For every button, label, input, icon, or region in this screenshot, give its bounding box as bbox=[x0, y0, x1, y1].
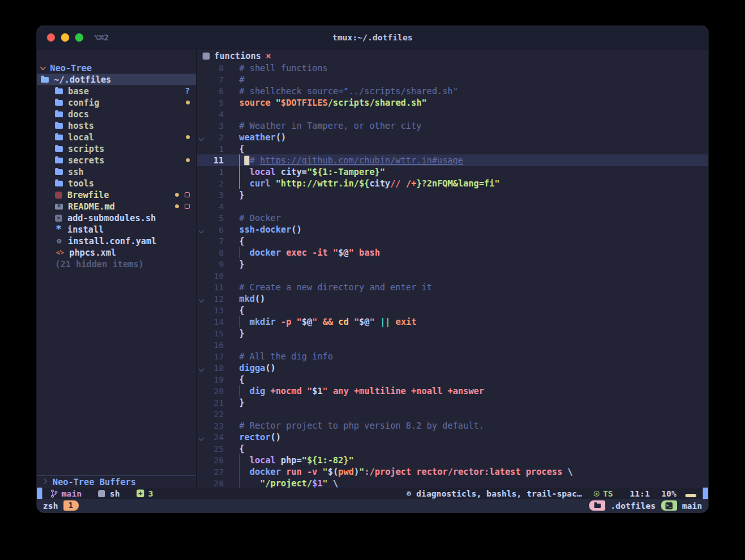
code-line[interactable]: 26local php="${1:-82}" bbox=[197, 454, 708, 466]
code-line[interactable]: 3} bbox=[197, 189, 708, 201]
tmux-dir-badge[interactable] bbox=[589, 500, 605, 511]
terminal-icon: >_ bbox=[665, 502, 673, 509]
code-line[interactable]: 6# shellcheck source="../scripts/shared.… bbox=[197, 85, 708, 97]
code-icon: </> bbox=[55, 250, 64, 256]
code-line[interactable]: 28 "/project/$1" \ bbox=[197, 477, 708, 488]
code-line[interactable]: 24rector() bbox=[197, 431, 708, 443]
line-number: 20 bbox=[206, 386, 224, 396]
git-diff-added: + 3 bbox=[137, 489, 153, 498]
neotree-panel: Neo-Tree ~/.dotfilesbase?configdocshosts… bbox=[37, 49, 196, 488]
code-line[interactable]: 18digga() bbox=[197, 362, 708, 374]
fold-chevron-icon[interactable] bbox=[199, 366, 204, 372]
folder-open-icon bbox=[41, 77, 49, 83]
tree-item-config[interactable]: config bbox=[37, 97, 196, 108]
line-number: 9 bbox=[206, 259, 224, 269]
code-line[interactable]: 2curl "http://wttr.in/${city// /+}?2nFQM… bbox=[197, 177, 708, 189]
tab-close-icon[interactable]: × bbox=[265, 51, 271, 61]
code-line[interactable]: 8docker exec -it "$@" bash bbox=[197, 247, 708, 258]
fold-chevron-icon[interactable] bbox=[199, 136, 204, 141]
code-line[interactable]: 5source "$DOTFILES/scripts/shared.sh" bbox=[197, 97, 708, 108]
line-number: 3 bbox=[206, 190, 224, 200]
tree-item-label: phpcs.xml bbox=[69, 247, 116, 258]
code-line-current[interactable]: 11# https://github.com/chubin/wttr.in#us… bbox=[197, 154, 708, 166]
code-line[interactable]: 13{ bbox=[197, 304, 708, 316]
line-number: 3 bbox=[206, 121, 224, 131]
close-button[interactable] bbox=[47, 33, 55, 42]
code-line[interactable]: 27docker run -v "$(pwd)":/project rector… bbox=[197, 466, 708, 477]
tree-item-tools[interactable]: tools bbox=[37, 177, 196, 189]
code-line[interactable]: 16 bbox=[197, 339, 708, 350]
code-line[interactable]: 19{ bbox=[197, 374, 708, 385]
tree-item-docs[interactable]: docs bbox=[37, 108, 196, 120]
code-line[interactable]: 8# shell functions bbox=[197, 62, 708, 74]
code-line[interactable]: 4 bbox=[197, 108, 708, 120]
tree-item-brewfile[interactable]: Brewfile bbox=[37, 189, 196, 201]
code-line[interactable]: 21} bbox=[197, 397, 708, 408]
tree-item--21-hidden-items-[interactable]: (21 hidden items) bbox=[37, 258, 196, 270]
code-line[interactable]: 3# Weather in Tampere, or other city bbox=[197, 120, 708, 131]
tab-functions[interactable]: functions × bbox=[203, 51, 271, 61]
tree-item-install.conf.yaml[interactable]: ⚙install.conf.yaml bbox=[37, 235, 196, 247]
code-line[interactable]: 7{ bbox=[197, 235, 708, 247]
diff-added-icon: + bbox=[137, 490, 144, 497]
brewfile-icon bbox=[55, 192, 62, 199]
window-shortcut: ⌥⌘2 bbox=[94, 33, 109, 42]
tree-item-readme.md[interactable]: MREADME.md bbox=[37, 201, 196, 212]
tree-item-ssh[interactable]: ssh bbox=[37, 166, 196, 177]
code-line[interactable]: 15} bbox=[197, 327, 708, 339]
tree-item--.dotfiles[interactable]: ~/.dotfiles bbox=[37, 74, 196, 85]
git-modified-dot-icon bbox=[186, 135, 190, 139]
neotree-title: Neo-Tree bbox=[50, 63, 92, 73]
tmux-window-tab[interactable]: zsh 1 bbox=[43, 500, 79, 511]
code-line[interactable]: 6ssh-docker() bbox=[197, 224, 708, 235]
code-line[interactable]: 5# Docker bbox=[197, 212, 708, 224]
fold-chevron-icon[interactable] bbox=[199, 436, 204, 441]
tree-item-secrets[interactable]: secrets bbox=[37, 154, 196, 166]
code-line[interactable]: 11# Create a new directory and enter it bbox=[197, 281, 708, 293]
line-number: 23 bbox=[206, 421, 224, 431]
indent-guide bbox=[239, 385, 249, 397]
tree-item-base[interactable]: base? bbox=[37, 85, 196, 97]
lsp-status: ⚙ diagnosticls, bashls, trail-spac… bbox=[406, 489, 582, 498]
code-line[interactable]: 7# bbox=[197, 74, 708, 85]
tree-item-hosts[interactable]: hosts bbox=[37, 120, 196, 131]
code-line[interactable]: 1{ bbox=[197, 143, 708, 154]
code-line[interactable]: 9} bbox=[197, 258, 708, 270]
line-number: 4 bbox=[206, 110, 224, 119]
git-untracked-icon: ? bbox=[185, 88, 190, 94]
tree-item-local[interactable]: local bbox=[37, 131, 196, 143]
code-line[interactable]: 14mkdir -p "$@" && cd "$@" || exit bbox=[197, 316, 708, 327]
code-line[interactable]: 1local city="${1:-Tampere}" bbox=[197, 166, 708, 177]
gear-icon: ⚙ bbox=[55, 238, 63, 245]
code-line[interactable]: 20dig +nocmd "$1" any +multiline +noall … bbox=[197, 385, 708, 397]
indent-guide bbox=[239, 454, 249, 466]
tree-item-label: hosts bbox=[68, 120, 94, 131]
zoom-button[interactable] bbox=[75, 33, 83, 42]
mode-indicator-block bbox=[37, 488, 42, 499]
tree-item-install[interactable]: *install bbox=[37, 224, 196, 235]
neotree-header[interactable]: Neo-Tree bbox=[37, 62, 196, 74]
folder-icon bbox=[55, 123, 63, 129]
code-line[interactable]: 25{ bbox=[197, 443, 708, 454]
code-line[interactable]: 12mkd() bbox=[197, 293, 708, 304]
folder-icon bbox=[55, 135, 63, 140]
code-line[interactable]: 2weather() bbox=[197, 131, 708, 143]
code-line[interactable]: 23# Rector project to php version 8.2 by… bbox=[197, 420, 708, 431]
line-number: 11 bbox=[206, 155, 224, 165]
tree-item-phpcs.xml[interactable]: </>phpcs.xml bbox=[37, 247, 196, 258]
tree-item-scripts[interactable]: scripts bbox=[37, 143, 196, 154]
fold-chevron-icon[interactable] bbox=[199, 297, 204, 302]
code-buffer[interactable]: 8# shell functions7#6# shellcheck source… bbox=[197, 62, 708, 488]
fold-chevron-icon[interactable] bbox=[199, 228, 204, 233]
code-line[interactable]: 4 bbox=[197, 201, 708, 212]
tree-item-label: install.conf.yaml bbox=[68, 236, 156, 246]
code-line[interactable]: 10 bbox=[197, 270, 708, 281]
line-number: 2 bbox=[206, 179, 224, 188]
neotree-buffers-section[interactable]: Neo-Tree Buffers bbox=[37, 475, 196, 488]
tree-item-add-submodules.sh[interactable]: >add-submodules.sh bbox=[37, 212, 196, 224]
tmux-session-badge[interactable]: >_ bbox=[661, 500, 677, 511]
code-line[interactable]: 22 bbox=[197, 408, 708, 420]
code-line[interactable]: 17# All the dig info bbox=[197, 350, 708, 362]
minimize-button[interactable] bbox=[61, 33, 69, 42]
titlebar[interactable]: ⌥⌘2 tmux:~/.dotfiles bbox=[37, 26, 708, 49]
